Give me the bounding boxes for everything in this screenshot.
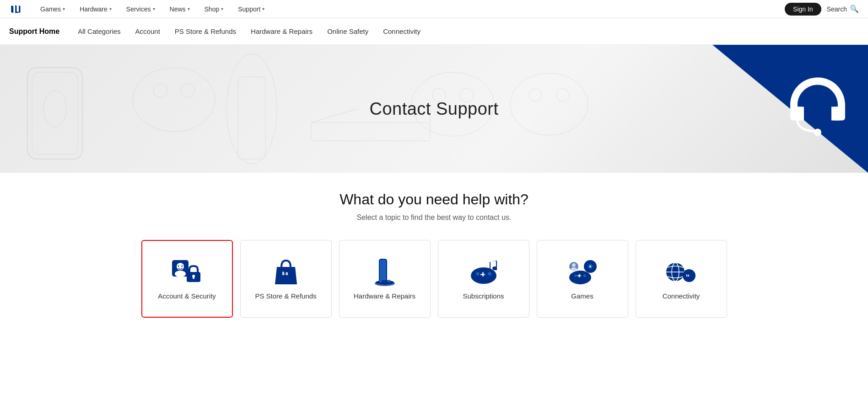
subnav-account[interactable]: Account bbox=[135, 27, 160, 35]
svg-point-49 bbox=[572, 263, 576, 267]
chevron-down-icon: ▾ bbox=[63, 6, 65, 11]
chevron-down-icon: ▾ bbox=[109, 6, 112, 11]
main-nav-items: Games ▾ Hardware ▾ Services ▾ News ▾ Sho… bbox=[33, 0, 785, 18]
search-icon: 🔍 bbox=[850, 5, 859, 13]
hero-right-section bbox=[712, 45, 868, 173]
chevron-down-icon: ▾ bbox=[153, 6, 155, 11]
nav-shop[interactable]: Shop ▾ bbox=[197, 0, 231, 18]
connectivity-icon bbox=[665, 258, 697, 286]
svg-rect-29 bbox=[380, 260, 386, 282]
top-navigation: Games ▾ Hardware ▾ Services ▾ News ▾ Sho… bbox=[0, 0, 868, 18]
svg-point-19 bbox=[814, 129, 821, 136]
category-label: PS Store & Refunds bbox=[255, 292, 316, 300]
svg-point-35 bbox=[476, 272, 480, 276]
support-home-link[interactable]: Support Home bbox=[9, 27, 59, 36]
svg-point-47 bbox=[589, 266, 591, 267]
svg-point-39 bbox=[486, 268, 490, 272]
nav-games[interactable]: Games ▾ bbox=[33, 0, 72, 18]
svg-rect-1 bbox=[32, 72, 78, 155]
category-account-security[interactable]: Account & Security bbox=[141, 240, 233, 318]
svg-rect-17 bbox=[790, 107, 804, 121]
category-connectivity[interactable]: Connectivity bbox=[636, 240, 727, 318]
svg-point-2 bbox=[43, 91, 66, 127]
svg-point-7 bbox=[226, 54, 277, 164]
nav-support[interactable]: Support ▾ bbox=[231, 0, 272, 18]
category-label: Subscriptions bbox=[463, 292, 504, 300]
svg-rect-27 bbox=[193, 276, 194, 279]
account-security-icon bbox=[171, 258, 203, 286]
main-content: What do you need help with? Select a top… bbox=[0, 173, 868, 345]
svg-point-22 bbox=[175, 271, 186, 277]
chevron-down-icon: ▾ bbox=[262, 6, 264, 11]
svg-point-16 bbox=[556, 89, 569, 101]
svg-point-15 bbox=[529, 89, 542, 101]
category-label: Connectivity bbox=[663, 292, 700, 300]
help-subtitle: Select a topic to find the best way to c… bbox=[9, 213, 859, 222]
sub-navigation: Support Home All Categories Account PS S… bbox=[0, 18, 868, 45]
chevron-down-icon: ▾ bbox=[188, 6, 190, 11]
svg-point-32 bbox=[379, 280, 382, 282]
subscriptions-icon bbox=[468, 258, 500, 286]
svg-point-3 bbox=[133, 68, 215, 132]
svg-point-40 bbox=[569, 271, 591, 284]
headset-icon bbox=[781, 69, 854, 149]
top-nav-right: Sign In Search 🔍 bbox=[785, 3, 859, 16]
svg-rect-18 bbox=[831, 107, 845, 121]
subnav-all-categories[interactable]: All Categories bbox=[78, 27, 120, 35]
category-hardware[interactable]: Hardware & Repairs bbox=[339, 240, 431, 318]
games-icon bbox=[566, 258, 598, 286]
ps-store-icon bbox=[270, 258, 302, 286]
category-label: Account & Security bbox=[158, 292, 216, 300]
subnav-connectivity[interactable]: Connectivity bbox=[383, 27, 421, 35]
sign-in-button[interactable]: Sign In bbox=[785, 3, 821, 16]
svg-point-36 bbox=[488, 272, 491, 276]
category-grid: Account & Security PS Store & Refunds bbox=[114, 240, 755, 318]
svg-point-24 bbox=[181, 266, 183, 267]
search-label: Search bbox=[827, 5, 847, 13]
hero-title: Contact Support bbox=[369, 99, 498, 119]
svg-point-5 bbox=[181, 84, 194, 97]
category-games[interactable]: Games bbox=[537, 240, 628, 318]
playstation-logo[interactable] bbox=[9, 2, 24, 16]
svg-line-12 bbox=[311, 109, 357, 123]
svg-point-4 bbox=[153, 84, 167, 97]
svg-point-33 bbox=[388, 280, 390, 282]
nav-news[interactable]: News ▾ bbox=[162, 0, 197, 18]
nav-services[interactable]: Services ▾ bbox=[119, 0, 162, 18]
svg-point-50 bbox=[571, 267, 577, 271]
svg-rect-6 bbox=[238, 77, 265, 159]
svg-rect-0 bbox=[27, 68, 82, 159]
category-subscriptions[interactable]: Subscriptions bbox=[438, 240, 529, 318]
subnav-ps-store-refunds[interactable]: PS Store & Refunds bbox=[175, 27, 236, 35]
sub-nav-items: All Categories Account PS Store & Refund… bbox=[78, 27, 421, 35]
category-label: Games bbox=[571, 292, 593, 300]
search-area[interactable]: Search 🔍 bbox=[827, 5, 859, 13]
svg-rect-38 bbox=[480, 274, 485, 275]
nav-hardware[interactable]: Hardware ▾ bbox=[72, 0, 119, 18]
subnav-hardware-repairs[interactable]: Hardware & Repairs bbox=[251, 27, 313, 35]
subnav-online-safety[interactable]: Online Safety bbox=[327, 27, 368, 35]
chevron-down-icon: ▾ bbox=[221, 6, 223, 11]
category-label: Hardware & Repairs bbox=[354, 292, 415, 300]
svg-point-41 bbox=[574, 274, 577, 277]
svg-point-23 bbox=[178, 266, 179, 267]
category-ps-store[interactable]: PS Store & Refunds bbox=[240, 240, 332, 318]
svg-point-42 bbox=[583, 274, 586, 277]
svg-rect-44 bbox=[577, 275, 581, 277]
svg-point-14 bbox=[510, 73, 588, 135]
svg-point-31 bbox=[376, 280, 394, 285]
svg-rect-11 bbox=[311, 123, 430, 141]
hero-banner: Contact Support bbox=[0, 45, 868, 173]
hardware-icon bbox=[369, 258, 401, 286]
help-title: What do you need help with? bbox=[9, 191, 859, 208]
